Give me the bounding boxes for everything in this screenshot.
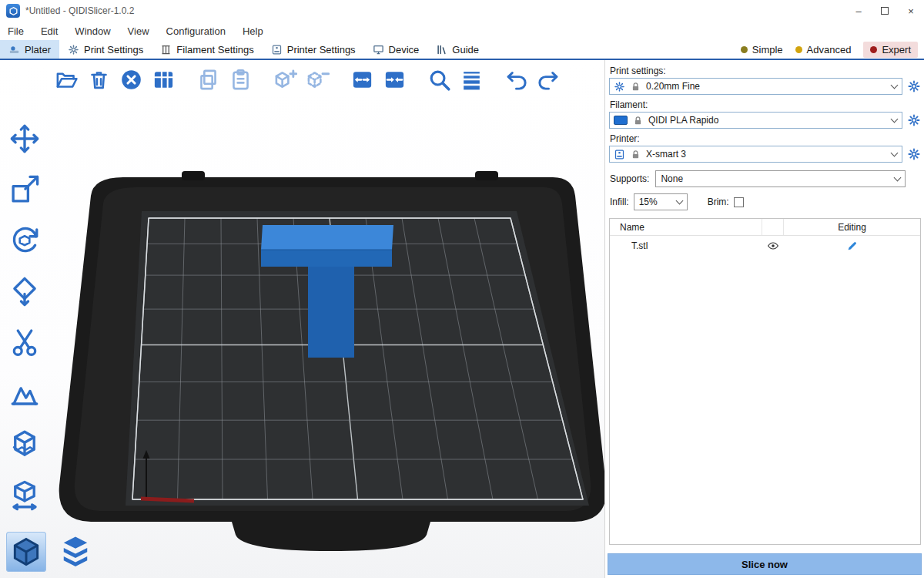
search-icon[interactable] (427, 67, 452, 92)
mode-label: Advanced (807, 44, 852, 55)
supports-value: None (661, 173, 683, 184)
remove-instance-icon[interactable] (305, 67, 330, 92)
filament-combo[interactable]: QIDI PLA Rapido (609, 112, 902, 129)
arrange-icon[interactable] (151, 67, 176, 92)
infill-select[interactable]: 15% (634, 193, 688, 210)
chevron-down-icon (891, 150, 899, 157)
tab-guide[interactable]: Guide (427, 40, 487, 59)
menu-bar: File Edit Window View Configuration Help (0, 22, 924, 40)
minimize-button[interactable]: – (845, 0, 872, 22)
measure-icon[interactable] (6, 478, 43, 512)
printer-value: X-smart 3 (646, 149, 686, 160)
maximize-button[interactable] (872, 0, 898, 22)
infill-label: Infill: (610, 197, 629, 207)
chevron-down-icon (894, 174, 902, 182)
menu-edit[interactable]: Edit (41, 25, 58, 37)
view-mode-switch (6, 532, 95, 572)
3d-editor-view-icon[interactable] (6, 532, 46, 572)
maximize-icon (881, 7, 889, 15)
edit-filament-button[interactable] (907, 113, 921, 127)
brim-checkbox[interactable] (734, 197, 744, 207)
supports-select[interactable]: None (655, 170, 906, 187)
object-list-header: Name Editing (610, 219, 920, 236)
mode-switcher: Simple Advanced Expert (741, 40, 924, 59)
cut-icon[interactable] (6, 325, 43, 359)
chevron-down-icon (891, 82, 899, 89)
device-icon (373, 44, 384, 55)
delete-all-icon[interactable] (119, 67, 144, 92)
paint-supports-icon[interactable] (6, 376, 43, 410)
filament-settings-icon (160, 44, 172, 55)
simple-dot-icon (741, 46, 748, 53)
undo-icon[interactable] (504, 67, 529, 92)
object-name: T.stl (610, 240, 762, 251)
lock-icon (630, 149, 641, 160)
tab-label: Device (389, 44, 420, 55)
place-on-face-icon[interactable] (6, 274, 43, 308)
menu-configuration[interactable]: Configuration (166, 25, 226, 37)
split-to-objects-icon[interactable] (350, 67, 375, 92)
add-instance-icon[interactable] (273, 67, 298, 92)
edit-print-settings-button[interactable] (907, 79, 921, 93)
tab-device[interactable]: Device (364, 40, 428, 59)
split-to-parts-icon[interactable] (382, 67, 407, 92)
menu-help[interactable]: Help (243, 25, 263, 37)
expert-dot-icon (870, 46, 877, 53)
filament-value: QIDI PLA Rapido (648, 115, 718, 126)
tab-plater[interactable]: Plater (0, 40, 59, 59)
scale-icon[interactable] (6, 173, 43, 207)
tab-printer-settings[interactable]: Printer Settings (263, 40, 364, 59)
gizmo-toolbar (6, 122, 43, 512)
variable-layer-height-icon[interactable] (459, 67, 484, 92)
app-icon (6, 4, 20, 18)
tab-label: Print Settings (84, 44, 143, 55)
tab-print-settings[interactable]: Print Settings (59, 40, 152, 59)
3d-viewport[interactable] (0, 60, 604, 578)
menu-file[interactable]: File (8, 25, 24, 37)
mode-label: Expert (882, 44, 911, 55)
mode-simple[interactable]: Simple (741, 44, 783, 55)
printer-icon (614, 149, 625, 160)
delete-icon[interactable] (86, 67, 112, 92)
sidebar: Print settings: 0.20mm Fine Filament: QI… (604, 60, 924, 578)
object-list-panel: Name Editing T.stl (609, 218, 921, 545)
guide-icon (436, 44, 447, 55)
infill-value: 15% (639, 197, 658, 207)
tab-label: Printer Settings (287, 44, 356, 55)
app-window: *Untitled - QIDISlicer-1.0.2 – × File Ed… (0, 0, 924, 578)
seam-icon[interactable] (6, 427, 43, 461)
move-icon[interactable] (6, 122, 43, 156)
copy-icon[interactable] (196, 67, 221, 92)
tab-bar: Plater Print Settings Filament Settings … (0, 40, 924, 60)
redo-icon[interactable] (536, 67, 561, 92)
tab-filament-settings[interactable]: Filament Settings (152, 40, 262, 59)
mode-expert[interactable]: Expert (863, 42, 918, 58)
column-editing: Editing (784, 222, 920, 233)
chevron-down-icon (891, 116, 899, 123)
paste-icon[interactable] (228, 67, 253, 92)
menu-view[interactable]: View (128, 25, 149, 37)
printer-label: Printer: (610, 133, 921, 144)
print-settings-icon (68, 44, 79, 55)
close-button[interactable]: × (898, 0, 924, 22)
mode-advanced[interactable]: Advanced (795, 44, 852, 55)
open-folder-icon[interactable] (54, 67, 79, 92)
brim-label: Brim: (708, 197, 729, 207)
chevron-down-icon (675, 197, 683, 205)
gear-icon (614, 81, 625, 92)
table-row[interactable]: T.stl (610, 236, 920, 256)
edit-object-icon[interactable] (784, 240, 920, 252)
eye-icon[interactable] (762, 240, 784, 252)
print-settings-combo[interactable]: 0.20mm Fine (609, 78, 902, 95)
print-settings-value: 0.20mm Fine (646, 81, 700, 92)
rotate-icon[interactable] (6, 223, 43, 257)
window-title: *Untitled - QIDISlicer-1.0.2 (25, 5, 134, 16)
printer-combo[interactable]: X-smart 3 (609, 146, 902, 163)
build-plate-scene[interactable] (0, 60, 604, 578)
preview-view-icon[interactable] (55, 532, 95, 572)
edit-printer-button[interactable] (907, 147, 921, 161)
slice-now-button[interactable]: Slice now (608, 553, 922, 575)
lock-icon (632, 115, 644, 126)
filament-color-swatch (614, 116, 628, 125)
menu-window[interactable]: Window (75, 25, 110, 37)
